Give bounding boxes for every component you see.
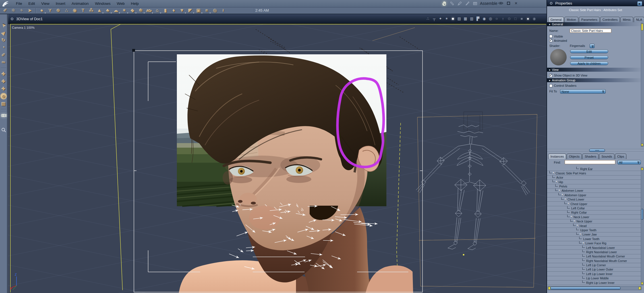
layout-quad-icon[interactable]: ▥ <box>469 16 474 21</box>
browser-tab-sounds[interactable]: Sounds <box>599 154 614 159</box>
maximize-icon[interactable] <box>506 1 511 5</box>
push-tool-icon[interactable]: ➤ <box>26 7 34 14</box>
viewport-canvas[interactable]: Z Camera 1 100% <box>8 24 547 293</box>
menu-edit[interactable]: Edit <box>28 1 35 6</box>
hierarchy-display-icon[interactable]: ┬ <box>432 16 437 21</box>
tree-scrollbar[interactable] <box>641 167 643 285</box>
tree-item-upper-teeth[interactable]: Upper Teeth <box>547 228 641 232</box>
shader-preview-sphere[interactable] <box>550 49 567 65</box>
tree-item-hip[interactable]: ▼Hip <box>547 180 641 184</box>
browser-tab-objects[interactable]: Objects <box>567 154 582 159</box>
rotate-tool-icon[interactable]: ↻ <box>0 36 7 44</box>
browser-tab-shaders[interactable]: Shaders <box>582 154 599 159</box>
quality-mid-icon[interactable]: ◎ <box>488 16 493 21</box>
cloud-icon[interactable]: ☁▸ <box>112 7 120 14</box>
camera-object-icon[interactable]: ▣▸ <box>194 7 203 14</box>
group-icon[interactable]: ≡▸ <box>203 7 211 14</box>
hand-tool-icon[interactable]: ✱ <box>9 7 18 14</box>
spline-object-icon[interactable]: ⊕ <box>54 7 63 14</box>
menu-help[interactable]: Help <box>131 1 139 6</box>
wrench-tool-icon[interactable]: ✦ <box>18 7 26 14</box>
scale-tool-icon[interactable]: ◔ <box>0 44 7 51</box>
tree-item-left-nasolabial-lower[interactable]: Left Nasolabial Lower <box>547 245 641 250</box>
zoom-tool-icon[interactable] <box>0 126 7 134</box>
properties-scroll-thumb[interactable] <box>641 24 643 30</box>
tree-item-classic-side-part-hairs[interactable]: ▼Classic Side Part Hairs <box>547 171 641 175</box>
tab-parameters[interactable]: Parameters <box>579 17 600 22</box>
text-object-icon[interactable]: T <box>79 7 87 14</box>
tree-item-left-lip-lower-outer[interactable]: Left Lip Lower Outer <box>547 267 641 272</box>
pan-xy-tool-icon[interactable]: ✚ <box>0 70 7 78</box>
particle-emitter-icon[interactable]: ⁂ <box>87 7 96 14</box>
eye-icon[interactable] <box>498 1 503 5</box>
vertex-object-icon[interactable]: Y <box>46 7 54 14</box>
tree-item-head[interactable]: ▼Head <box>547 224 641 228</box>
menu-web[interactable]: Web <box>117 1 125 6</box>
terrain-icon[interactable]: ▲▸ <box>96 7 104 14</box>
tree-item-right-collar[interactable]: Right Collar <box>547 211 641 215</box>
section-animation-group[interactable]: ▼Animation Group <box>547 78 643 82</box>
close-icon[interactable]: ✕ <box>513 1 519 5</box>
menu-animation[interactable]: Animation <box>72 1 89 6</box>
flower-icon[interactable]: ♦ <box>170 7 178 14</box>
atmosphere-group-icon[interactable]: AGr▸ <box>145 7 153 14</box>
tree-scroll-thumb[interactable] <box>641 209 643 220</box>
bone-icon[interactable]: ≀ <box>219 7 227 14</box>
wire-box-icon[interactable]: □ <box>513 16 518 21</box>
target-helper-icon[interactable]: ◎ <box>211 7 219 14</box>
edit-button[interactable]: Edit <box>570 49 608 53</box>
layout-rows-icon[interactable]: ▤ <box>457 16 462 21</box>
tree-item-abdomen-lower[interactable]: ▼Abdomen Lower <box>547 189 641 193</box>
menu-file[interactable]: File <box>16 1 22 6</box>
link-tool-icon[interactable]: ∞ <box>0 59 7 66</box>
eyedropper-tool-icon[interactable]: ✐ <box>0 51 7 59</box>
solid-box-icon[interactable]: ■ <box>519 16 524 21</box>
plant-icon[interactable]: ✻▸ <box>137 7 145 14</box>
pan-hand-tool-icon[interactable] <box>0 119 7 126</box>
shaded-sphere-icon[interactable]: ● <box>525 16 531 21</box>
menu-view[interactable]: View <box>41 1 49 6</box>
filter-dropdown[interactable]: All <box>618 160 641 164</box>
compass-icon[interactable]: ✴ <box>444 16 449 21</box>
draw-tool-icon[interactable]: ✐ <box>1 7 9 14</box>
tree-item-right-nasolabial-mouth-corner[interactable]: Right Nasolabial Mouth Corner <box>547 259 641 263</box>
quality-high-icon[interactable]: ◉ <box>482 16 487 21</box>
section-view[interactable]: ▼View <box>547 68 643 72</box>
collapse-triangle-icon[interactable]: ▼ <box>548 23 551 26</box>
section-general[interactable]: ▼General <box>547 22 643 26</box>
name-field[interactable] <box>570 29 611 33</box>
attributes-nav-button[interactable]: ▶ <box>637 1 642 6</box>
tab-mimic[interactable]: Mimic <box>620 17 633 22</box>
panel-gadget-icon[interactable] <box>550 2 552 5</box>
capsule-icon[interactable]: ▮ <box>161 7 170 14</box>
window-gadget-icon[interactable] <box>11 18 13 20</box>
tree-item-neck-upper[interactable]: ▼Neck Upper <box>547 219 641 224</box>
fire-icon[interactable]: ✶▸ <box>120 7 129 14</box>
viewport-titlebar[interactable]: 3DView of Doc1 ∴┬✦✴■▤▦▥▛◉◎○↑⊙□■●◉ <box>8 14 546 24</box>
tree-item-right-ear[interactable]: Right Ear <box>547 167 641 171</box>
tree-item-right-nasolabial-lower[interactable]: Right Nasolabial Lower <box>547 250 641 254</box>
layout-mixed-icon[interactable]: ▦ <box>463 16 468 21</box>
collapse-triangle-icon[interactable]: ▼ <box>548 79 551 82</box>
pan-yz-tool-icon[interactable]: ✚ <box>0 85 7 92</box>
tree-item-actor[interactable]: Actor <box>547 176 641 180</box>
ground-plane-icon[interactable]: ▦ <box>0 100 7 107</box>
tree-item-chest-upper[interactable]: ▼Chest Upper <box>547 202 641 206</box>
tree-hscrollbar[interactable] <box>548 286 641 290</box>
browser-tab-instances[interactable]: Instances <box>548 154 566 159</box>
tree-item-left-lip-corner[interactable]: Left Lip Corner <box>547 263 641 267</box>
layout-single-icon[interactable]: ■ <box>450 16 455 21</box>
sphere-primitive-icon[interactable]: ●▸ <box>38 7 46 14</box>
animated-checkbox[interactable] <box>549 39 552 42</box>
skeleton-figure[interactable] <box>416 112 530 250</box>
textured-sphere-icon[interactable]: ◉ <box>532 16 537 21</box>
quality-low-icon[interactable]: ○ <box>494 16 499 21</box>
properties-header[interactable]: Properties <box>547 0 644 6</box>
tree-hscroll-thumb[interactable] <box>550 287 621 290</box>
menu-windows[interactable]: Windows <box>95 1 111 6</box>
tree-item-lower-face-rig[interactable]: ▼Lower Face Rig <box>547 241 641 245</box>
menu-insert[interactable]: Insert <box>56 1 65 6</box>
browser-tab-clips[interactable]: Clips <box>615 154 626 159</box>
render-room-film-icon[interactable] <box>472 0 478 7</box>
panel-splitter[interactable] <box>547 148 644 153</box>
